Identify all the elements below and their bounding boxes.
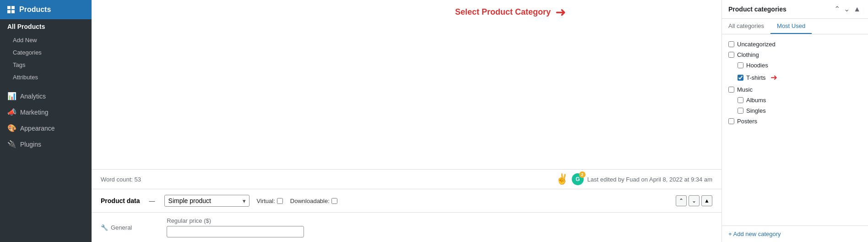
clothing-checkbox[interactable] xyxy=(728,52,734,58)
singles-checkbox[interactable] xyxy=(738,108,743,114)
grid-icon xyxy=(7,6,15,13)
tab-most-used[interactable]: Most Used xyxy=(770,19,812,34)
category-item-uncategorized: Uncategorized xyxy=(728,39,862,50)
collapse-button[interactable]: ▲ xyxy=(701,195,712,206)
wrench-icon: 🔧 xyxy=(101,224,108,231)
sidebar-item-attributes[interactable]: Attributes xyxy=(0,71,92,83)
sidebar-products-title: Products xyxy=(19,6,51,14)
sidebar-header: Products xyxy=(0,0,92,19)
chart-icon: 📊 xyxy=(7,92,16,100)
expand-up-button[interactable]: ⌃ xyxy=(676,195,687,206)
panel-tabs: All categories Most Used xyxy=(722,19,868,34)
tshirts-checkbox[interactable] xyxy=(738,75,743,81)
sidebar-item-appearance[interactable]: 🎨 Appearance xyxy=(0,120,92,136)
albums-checkbox[interactable] xyxy=(738,97,743,103)
grammarly-icon: G 2 xyxy=(572,173,584,185)
product-data-label: Product data xyxy=(101,197,140,204)
uncategorized-checkbox[interactable] xyxy=(728,41,734,47)
category-item-hoodies: Hoodies xyxy=(728,60,862,71)
panel-controls: ⌃ ⌄ ▲ xyxy=(833,5,862,14)
grammarly-badge: 2 xyxy=(579,171,586,178)
panel-content: Uncategorized Clothing Hoodies T-shirts … xyxy=(722,34,868,226)
panel-chevron-down-button[interactable]: ⌄ xyxy=(843,5,851,14)
editor-area: Select Product Category ➜ xyxy=(92,0,722,169)
price-input-wrapper: Regular price ($) xyxy=(167,217,304,237)
panel-footer: + Add new category xyxy=(722,226,868,242)
panel-chevron-up-button[interactable]: ⌃ xyxy=(833,5,841,14)
sidebar-item-tags[interactable]: Tags xyxy=(0,59,92,71)
product-type-wrapper: Simple product Variable product Grouped … xyxy=(164,195,250,207)
status-bar: Word count: 53 ✌️ G 2 Last edited by Fua… xyxy=(92,169,722,189)
posters-checkbox[interactable] xyxy=(728,118,734,124)
downloadable-checkbox-label: Downloadable: xyxy=(290,198,337,204)
main-content: Select Product Category ➜ Word count: 53… xyxy=(92,0,722,242)
product-data-bar: Product data — Simple product Variable p… xyxy=(92,189,722,212)
word-count: Word count: 53 xyxy=(101,176,141,183)
sidebar: Products All Products Add New Categories… xyxy=(0,0,92,242)
grammarly-wrapper: G 2 xyxy=(572,173,584,185)
sidebar-item-categories[interactable]: Categories xyxy=(0,46,92,59)
music-checkbox[interactable] xyxy=(728,87,734,93)
panel-header: Product categories ⌃ ⌄ ▲ xyxy=(722,0,868,19)
virtual-checkbox[interactable] xyxy=(277,198,283,204)
category-item-albums: Albums xyxy=(728,95,862,105)
category-item-posters: Posters xyxy=(728,116,862,126)
expand-down-button[interactable]: ⌄ xyxy=(689,195,700,206)
product-type-select[interactable]: Simple product Variable product Grouped … xyxy=(164,195,250,207)
plugins-icon: 🔌 xyxy=(7,140,16,148)
panel-title: Product categories xyxy=(728,6,787,13)
peace-emoji-icon: ✌️ xyxy=(556,173,568,185)
regular-price-input[interactable] xyxy=(167,226,304,237)
last-edited-text: Last edited by Fuad on April 8, 2022 at … xyxy=(587,176,712,183)
product-data-dash: — xyxy=(149,198,155,204)
hoodies-checkbox[interactable] xyxy=(738,62,743,68)
price-label: Regular price ($) xyxy=(167,217,304,224)
product-categories-panel: Product categories ⌃ ⌄ ▲ All categories … xyxy=(722,0,868,242)
general-row: 🔧 General Regular price ($) xyxy=(92,212,722,242)
annotation-arrow-icon: ➜ xyxy=(555,5,566,20)
sidebar-item-add-new[interactable]: Add New xyxy=(0,34,92,46)
category-item-singles: Singles xyxy=(728,105,862,116)
status-bar-icons: ✌️ G 2 Last edited by Fuad on April 8, 2… xyxy=(556,173,712,185)
sidebar-item-all-products[interactable]: All Products xyxy=(0,19,92,34)
downloadable-checkbox[interactable] xyxy=(331,198,337,204)
tab-all-categories[interactable]: All categories xyxy=(722,19,770,34)
virtual-checkbox-label: Virtual: xyxy=(257,198,283,204)
category-item-music: Music xyxy=(728,84,862,95)
sidebar-item-marketing[interactable]: 📣 Marketing xyxy=(0,104,92,120)
appearance-icon: 🎨 xyxy=(7,124,16,132)
category-item-tshirts: T-shirts ➜ xyxy=(728,71,862,84)
general-tab[interactable]: 🔧 General xyxy=(101,224,132,231)
annotation-text: Select Product Category xyxy=(455,7,551,17)
tshirts-arrow-icon: ➜ xyxy=(770,72,777,82)
add-new-category-link[interactable]: + Add new category xyxy=(728,231,781,237)
annotation-area: Select Product Category ➜ xyxy=(455,5,566,20)
all-products-label: All Products xyxy=(7,23,45,30)
category-item-clothing: Clothing xyxy=(728,50,862,60)
product-data-controls: ⌃ ⌄ ▲ xyxy=(676,195,712,206)
panel-collapse-button[interactable]: ▲ xyxy=(852,5,862,14)
sidebar-item-analytics[interactable]: 📊 Analytics xyxy=(0,88,92,104)
megaphone-icon: 📣 xyxy=(7,108,16,116)
sidebar-item-plugins[interactable]: 🔌 Plugins xyxy=(0,136,92,152)
